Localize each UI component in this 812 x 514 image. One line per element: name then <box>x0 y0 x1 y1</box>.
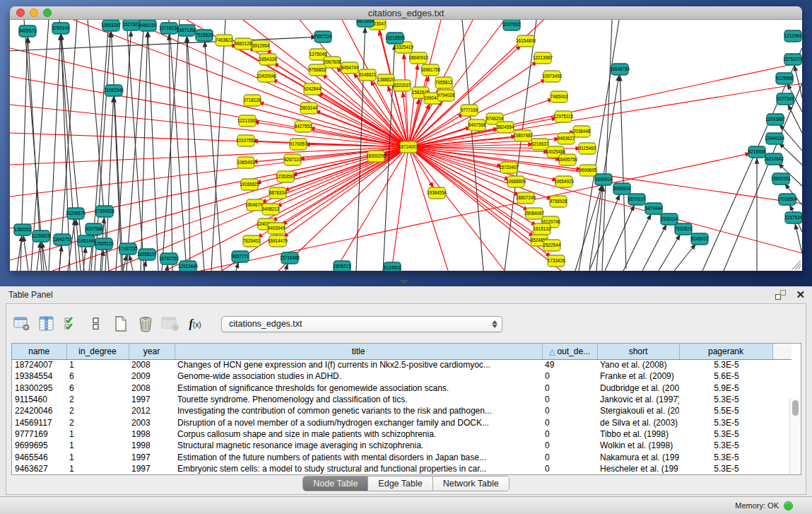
graph-node[interactable]: 9403949 <box>268 223 286 234</box>
table-row[interactable]: 1938455462009Genome-wide association stu… <box>12 370 792 382</box>
graph-node[interactable]: 1212964 <box>784 30 802 42</box>
graph-node[interactable]: 15716485 <box>280 252 300 264</box>
graph-node[interactable]: 8245012 <box>691 233 709 245</box>
graph-node[interactable]: 9756928 <box>550 196 567 207</box>
graph-node[interactable]: 10807487 <box>513 130 534 141</box>
graph-node[interactable]: 2718126 <box>244 95 261 106</box>
graph-node[interactable]: 15692951 <box>771 173 792 185</box>
graph-node[interactable]: 1615132 <box>534 223 551 235</box>
table-row[interactable]: 911546021997Tourette syndrome. Phenomeno… <box>12 394 792 405</box>
graph-node[interactable]: 9777169 <box>461 105 478 116</box>
close-panel-icon[interactable]: ✕ <box>796 290 805 300</box>
graph-node[interactable]: 8267110 <box>284 154 302 165</box>
graph-node[interactable]: 16495756 <box>558 154 578 165</box>
graph-node[interactable]: 9146821 <box>359 69 377 81</box>
graph-node[interactable]: 22420046 <box>257 71 277 82</box>
graph-node[interactable]: 20206576 <box>66 208 86 219</box>
tab-edge-table[interactable]: Edge Table <box>368 477 433 491</box>
graph-node[interactable]: 12353593 <box>276 171 296 182</box>
graph-node[interactable]: 1733426 <box>548 255 565 267</box>
graph-node[interactable]: 9124502 <box>384 262 401 271</box>
graph-node[interactable]: 9756852 <box>309 64 326 76</box>
graph-node[interactable]: 15720407 <box>499 162 519 173</box>
graph-node[interactable]: 9242844 <box>304 83 322 95</box>
graph-node[interactable]: 9405573 <box>19 25 37 37</box>
table-row[interactable]: 946554611997Estimation of the future num… <box>12 451 792 462</box>
graph-node[interactable]: 12923446 <box>178 261 199 271</box>
graph-node[interactable]: 9699695 <box>579 165 597 176</box>
column-header-pagerank[interactable]: pagerank <box>679 344 772 359</box>
graph-node[interactable]: 10653287 <box>101 20 122 31</box>
graph-node[interactable]: 1965491 <box>237 157 255 168</box>
graph-node[interactable]: 7463822 <box>216 35 233 46</box>
graph-node[interactable]: 11156829 <box>31 230 51 242</box>
graph-node[interactable]: 7955812 <box>435 77 453 88</box>
graph-node[interactable]: 12093887 <box>765 114 786 125</box>
graph-node[interactable]: 9397588 <box>86 223 103 235</box>
graph-node[interactable]: 16671358 <box>177 25 197 36</box>
graph-node[interactable]: 8878334 <box>269 187 287 199</box>
graph-node[interactable]: 7515526 <box>196 30 213 41</box>
graph-node[interactable]: 9794028 <box>437 90 455 101</box>
graph-node[interactable]: 6216637 <box>531 139 549 150</box>
delete-column-icon[interactable] <box>134 313 157 334</box>
graph-node[interactable]: 9660128 <box>235 38 252 49</box>
table-row[interactable]: 946362711997Embryonic stem cells: a mode… <box>12 463 792 474</box>
graph-hub-node[interactable]: 18724007 <box>399 141 419 153</box>
graph-node[interactable]: 1388520 <box>377 74 395 86</box>
graph-node[interactable]: 7485063 <box>551 91 568 103</box>
graph-node[interactable]: 8958924 <box>613 183 631 194</box>
column-header-name[interactable]: name <box>12 344 66 359</box>
network-view[interactable]: 1872400718300295193845547463822966012839… <box>10 20 802 271</box>
graph-node[interactable]: 12975115 <box>553 111 573 122</box>
graph-node[interactable]: 19218506 <box>385 33 406 44</box>
graph-node[interactable]: 9463627 <box>558 133 575 144</box>
column-header-in_degree[interactable]: in_degree <box>66 344 129 359</box>
function-builder-icon[interactable]: f(x) <box>184 313 206 334</box>
table-scrollbar[interactable] <box>789 399 800 475</box>
graph-node[interactable]: 29084067 <box>524 208 545 219</box>
graph-node[interactable]: 11451944 <box>76 235 96 247</box>
graph-node[interactable]: 7857224 <box>314 31 332 42</box>
graph-node[interactable]: 1167534 <box>785 212 802 223</box>
graph-node[interactable]: 18807249 <box>516 192 536 204</box>
column-header-out_degree[interactable]: △out_de... <box>542 344 597 359</box>
graph-node[interactable]: 12505115 <box>94 238 114 250</box>
graph-node[interactable]: 1654339 <box>259 54 277 65</box>
graph-node[interactable]: 9170057 <box>290 139 307 150</box>
graph-node[interactable]: 9474444 <box>645 203 663 214</box>
graph-node[interactable]: 8813054 <box>357 20 375 27</box>
show-columns-icon[interactable] <box>35 313 58 334</box>
tab-network-table[interactable]: Network Table <box>433 477 509 491</box>
graph-node[interactable]: 19384554 <box>427 187 447 199</box>
graph-node[interactable]: 10107552 <box>236 135 257 146</box>
graph-node[interactable]: 10688809 <box>506 176 526 187</box>
graph-node[interactable]: 16648784 <box>610 64 630 75</box>
graph-node[interactable]: 19654923 <box>554 176 575 187</box>
graph-node[interactable]: 3824554 <box>497 122 514 133</box>
graph-node[interactable]: 2935114 <box>661 214 678 225</box>
graph-node[interactable]: 9115460 <box>579 143 596 154</box>
graph-node[interactable]: 1805213 <box>334 261 351 271</box>
graph-node[interactable]: 9657771 <box>232 251 249 262</box>
table-selector-dropdown[interactable]: citations_edges.txt <box>221 316 502 332</box>
graph-node[interactable]: 16914479 <box>268 235 288 247</box>
graph-node[interactable]: 2087682 <box>503 20 521 30</box>
graph-node[interactable]: 9227349 <box>777 93 794 105</box>
graph-node[interactable]: 15751074 <box>783 54 802 65</box>
new-column-icon[interactable] <box>110 313 132 334</box>
table-row[interactable]: 1872400712008Changes of HCN gene express… <box>12 359 792 370</box>
table-options-icon[interactable] <box>11 313 33 334</box>
graph-node[interactable]: 19166825 <box>240 179 260 190</box>
splitter-handle-icon[interactable] <box>400 280 408 284</box>
graph-node[interactable]: 13942757 <box>52 234 73 245</box>
graph-node[interactable]: 16782753 <box>159 253 180 264</box>
graph-node[interactable]: 6466160 <box>139 20 157 31</box>
graph-node[interactable]: 17016504 <box>777 194 798 205</box>
graph-node[interactable]: 3912954 <box>252 40 270 52</box>
graph-node[interactable]: 2036448 <box>573 126 591 137</box>
graph-node[interactable]: 2803144 <box>300 103 318 114</box>
graph-node[interactable]: 16154808 <box>516 35 536 47</box>
graph-node[interactable]: 12213967 <box>533 52 553 64</box>
graph-node[interactable]: 6497568 <box>469 119 486 131</box>
